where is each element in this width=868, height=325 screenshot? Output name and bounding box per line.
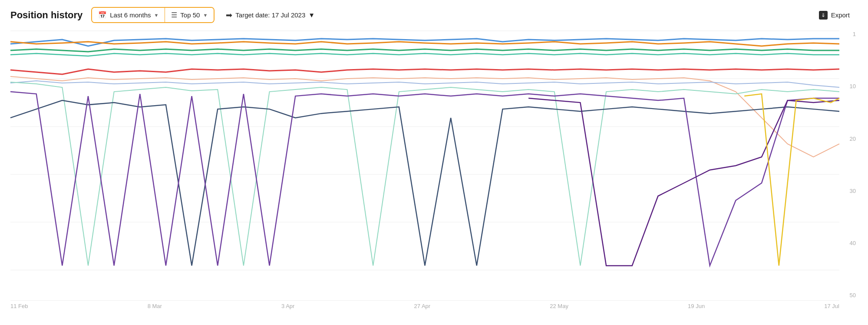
x-label-feb: 11 Feb [10, 303, 28, 309]
position-history-widget: Position history 📅 Last 6 months ▼ ☰ Top… [0, 0, 868, 325]
chart-title: Position history [10, 10, 83, 21]
table-icon: ☰ [171, 11, 177, 19]
x-label-apr27: 27 Apr [414, 303, 431, 309]
x-label-apr3: 3 Apr [281, 303, 294, 309]
y-label-30: 30 [839, 188, 858, 194]
trend-icon: ➡ [226, 10, 232, 20]
x-label-jun: 19 Jun [688, 303, 705, 309]
export-icon: ⇓ [819, 11, 828, 20]
y-label-20: 20 [839, 136, 858, 142]
export-label: Export [831, 11, 850, 19]
top-arrow: ▼ [203, 13, 208, 18]
date-range-filter[interactable]: 📅 Last 6 months ▼ [92, 8, 165, 22]
top-filter[interactable]: ☰ Top 50 ▼ [165, 8, 214, 22]
chart-svg [10, 31, 839, 300]
x-label-jul: 17 Jul [824, 303, 839, 309]
target-arrow: ▼ [308, 11, 315, 19]
x-label-mar: 8 Mar [148, 303, 162, 309]
target-date-button[interactable]: ➡ Target date: 17 Jul 2023 ▼ [220, 7, 321, 23]
export-button[interactable]: ⇓ Export [811, 8, 858, 23]
y-label-10: 10 [839, 83, 858, 90]
date-range-label: Last 6 months [110, 11, 151, 19]
calendar-icon: 📅 [98, 11, 107, 19]
filter-group: 📅 Last 6 months ▼ ☰ Top 50 ▼ [91, 7, 215, 23]
x-label-may: 22 May [550, 303, 568, 309]
target-date-label: Target date: 17 Jul 2023 [235, 11, 305, 19]
toolbar: Position history 📅 Last 6 months ▼ ☰ Top… [10, 7, 858, 23]
y-label-40: 40 [839, 240, 858, 246]
chart-inner [10, 31, 839, 300]
date-range-arrow: ▼ [154, 13, 158, 18]
y-axis: 1 10 20 30 40 50 [839, 31, 858, 300]
y-label-50: 50 [839, 292, 858, 298]
y-label-1: 1 [839, 31, 858, 37]
chart-area: 1 10 20 30 40 50 [10, 31, 858, 300]
top-label: Top 50 [180, 11, 200, 19]
x-axis: 11 Feb 8 Mar 3 Apr 27 Apr 22 May 19 Jun … [10, 300, 839, 309]
